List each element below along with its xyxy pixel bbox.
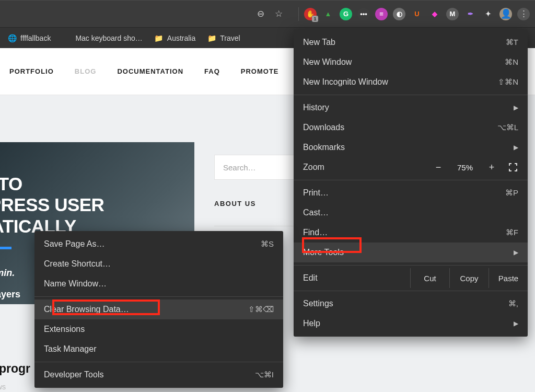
zoom-out-icon[interactable]: ⊖ <box>254 8 267 20</box>
zoom-plus-button[interactable]: + <box>481 159 503 175</box>
bookmark-item[interactable]: 📁Australia <box>154 33 195 43</box>
bookmark-item[interactable]: 🌐ffffallback <box>7 33 51 43</box>
menu-new-tab[interactable]: New Tab⌘T <box>294 32 528 52</box>
menu-settings[interactable]: Settings⌘, <box>294 294 528 314</box>
menu-new-window[interactable]: New Window⌘N <box>294 52 528 72</box>
avatar-icon[interactable]: 👤 <box>499 8 512 20</box>
menu-more-tools[interactable]: More Tools▶ <box>294 243 528 262</box>
zoom-percent: 75% <box>449 163 481 172</box>
ext-ext-gray-icon[interactable]: ◐ <box>393 8 405 20</box>
bookmark-star-icon[interactable]: ☆ <box>272 8 285 20</box>
menu-edit[interactable]: Edit Cut Copy Paste <box>294 268 528 288</box>
menu-bookmarks[interactable]: Bookmarks▶ <box>294 137 528 157</box>
ext-badge: 1 <box>312 16 318 22</box>
bookmark-item[interactable]: Mac keyboard sho… <box>62 33 142 43</box>
chevron-right-icon: ▶ <box>514 144 518 151</box>
hero-brand: lLayers <box>0 289 20 300</box>
chevron-right-icon: ▶ <box>514 104 518 111</box>
submenu-save-page-as[interactable]: Save Page As…⌘S <box>34 234 283 254</box>
menu-incognito[interactable]: New Incognito Window⇧⌘N <box>294 72 528 92</box>
globe-icon: 🌐 <box>7 33 17 43</box>
about-heading: ABOUT US <box>214 200 256 207</box>
edit-cut[interactable]: Cut <box>410 268 449 288</box>
nav-portfolio[interactable]: PORTFOLIO <box>9 67 54 75</box>
edit-copy[interactable]: Copy <box>449 268 489 288</box>
nav-documentation[interactable]: DOCUMENTATION <box>117 67 183 75</box>
menu-zoom[interactable]: Zoom − 75% + <box>294 157 528 177</box>
ext-lastpass-icon[interactable]: ••• <box>357 8 370 20</box>
chevron-right-icon: ▶ <box>514 320 518 327</box>
ext-ext-purple-icon[interactable]: ≡ <box>375 8 388 20</box>
hero-title: W TO DPRESS USER MATICALLY <box>0 174 104 237</box>
fullscreen-icon[interactable] <box>503 163 524 172</box>
ext-gmail-icon[interactable]: M <box>446 8 459 20</box>
menu-history[interactable]: History▶ <box>294 98 528 118</box>
more-tools-submenu: Save Page As…⌘S Create Shortcut… Name Wi… <box>34 231 283 388</box>
menu-help[interactable]: Help▶ <box>294 314 528 333</box>
chrome-main-menu: New Tab⌘T New Window⌘N New Incognito Win… <box>294 29 528 337</box>
apple-icon <box>62 33 72 43</box>
submenu-task-manager[interactable]: Task Manager <box>34 339 283 359</box>
extension-row: ✋1▲G•••≡◐U◆M✒✦ <box>304 8 494 20</box>
menu-print[interactable]: Print…⌘P <box>294 183 528 203</box>
folder-icon: 📁 <box>207 33 216 43</box>
bookmark-item[interactable]: 📁Travel <box>207 33 240 43</box>
zoom-minus-button[interactable]: − <box>427 159 449 175</box>
nav-faq[interactable]: FAQ <box>204 67 220 75</box>
ext-adblock-icon[interactable]: ✋1 <box>304 8 317 20</box>
submenu-clear-browsing-data[interactable]: Clear Browsing Data…⇧⌘⌫ <box>34 299 283 319</box>
ws-text: ws <box>0 383 6 391</box>
folder-icon: 📁 <box>154 33 164 43</box>
submenu-extensions[interactable]: Extensions <box>34 319 283 339</box>
progr-text: progr <box>0 362 30 376</box>
submenu-developer-tools[interactable]: Developer Tools⌥⌘I <box>34 365 283 385</box>
ext-grammarly-icon[interactable]: G <box>340 8 352 20</box>
edit-paste[interactable]: Paste <box>489 268 528 288</box>
nav-blog[interactable]: BLOG <box>75 67 97 75</box>
chrome-menu-button[interactable]: ⋮ <box>517 8 530 20</box>
browser-toolbar: ⊖ ☆ ✋1▲G•••≡◐U◆M✒✦ 👤 ⋮ <box>0 0 535 27</box>
ext-extensions-puzzle-icon[interactable]: ✦ <box>482 8 494 20</box>
ext-ext-diamond-icon[interactable]: ◆ <box>428 8 441 20</box>
hero-read-time: 0' min. <box>0 268 15 279</box>
ext-drive-icon[interactable]: ▲ <box>322 8 334 20</box>
menu-find[interactable]: Find…⌘F <box>294 223 528 243</box>
nav-promote[interactable]: PROMOTE <box>241 67 279 75</box>
ext-ext-pen-icon[interactable]: ✒ <box>464 8 476 20</box>
chevron-right-icon: ▶ <box>514 249 518 256</box>
submenu-create-shortcut[interactable]: Create Shortcut… <box>34 254 283 274</box>
ext-ubersuggest-icon[interactable]: U <box>411 8 423 20</box>
menu-cast[interactable]: Cast… <box>294 203 528 223</box>
submenu-name-window[interactable]: Name Window… <box>34 274 283 294</box>
menu-downloads[interactable]: Downloads⌥⌘L <box>294 118 528 137</box>
